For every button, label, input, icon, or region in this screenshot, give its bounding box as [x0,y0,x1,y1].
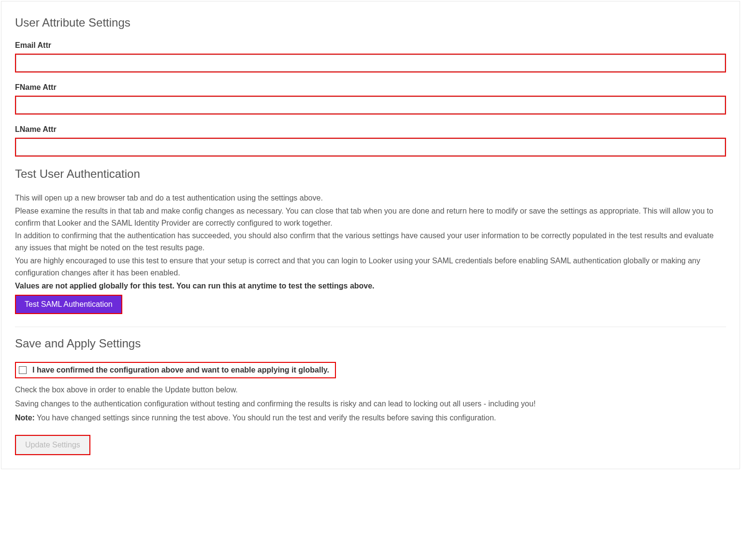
test-auth-desc-3: In addition to confirming that the authe… [15,230,726,254]
lname-attr-label: LName Attr [15,125,726,134]
test-auth-desc-4: You are highly encouraged to use this te… [15,255,726,279]
confirm-highlight: I have confirmed the configuration above… [15,362,336,378]
fname-attr-group: FName Attr [15,83,726,115]
test-saml-button[interactable]: Test SAML Authentication [16,296,121,313]
update-settings-highlight: Update Settings [15,435,90,455]
lname-attr-input[interactable] [16,139,725,156]
fname-attr-input[interactable] [16,97,725,114]
lname-attr-group: LName Attr [15,125,726,157]
email-attr-group: Email Attr [15,41,726,72]
save-desc-1: Check the box above in order to enable t… [15,384,726,396]
test-auth-desc-2: Please examine the results in that tab a… [15,205,726,230]
confirm-label: I have confirmed the configuration above… [32,366,329,374]
email-attr-label: Email Attr [15,41,726,50]
settings-panel: User Attribute Settings Email Attr FName… [1,1,740,469]
lname-attr-highlight [15,138,726,157]
user-attribute-settings-title: User Attribute Settings [15,16,726,29]
fname-attr-highlight [15,96,726,115]
save-note-text: You have changed settings since running … [35,414,496,422]
email-attr-input[interactable] [16,55,725,72]
test-saml-highlight: Test SAML Authentication [15,295,122,314]
separator [15,327,726,327]
test-auth-desc-5: Values are not applied globally for this… [15,280,726,292]
save-note: Note: You have changed settings since ru… [15,412,726,424]
save-desc-2: Saving changes to the authentication con… [15,398,726,410]
test-auth-desc-1: This will open up a new browser tab and … [15,192,726,204]
confirm-checkbox[interactable] [19,366,27,374]
email-attr-highlight [15,54,726,72]
fname-attr-label: FName Attr [15,83,726,92]
update-settings-button[interactable]: Update Settings [16,436,89,454]
save-note-label: Note: [15,414,35,422]
test-user-auth-title: Test User Authentication [15,167,726,181]
save-apply-title: Save and Apply Settings [15,337,726,350]
